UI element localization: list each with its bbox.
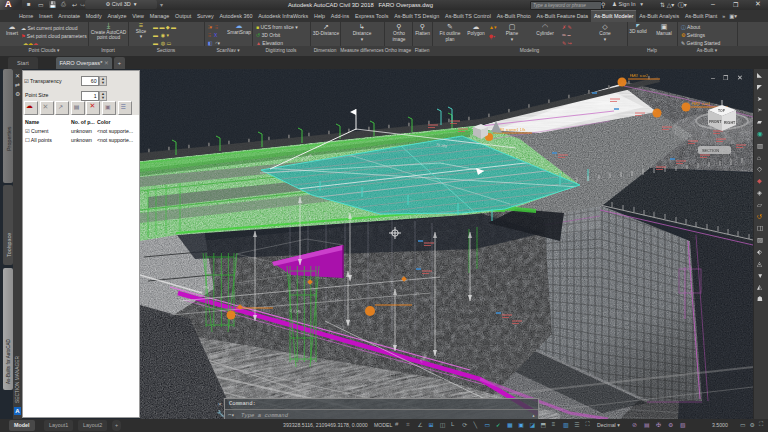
svg-text:RIGHT: RIGHT xyxy=(724,121,736,125)
svg-text:✕: ✕ xyxy=(737,74,743,81)
svg-text:TOP: TOP xyxy=(718,109,726,113)
svg-text:❐: ❐ xyxy=(723,75,729,81)
svg-text:SECTION: SECTION xyxy=(702,149,719,153)
svg-text:–: – xyxy=(711,74,715,81)
svg-text:2.3145: 2.3145 xyxy=(290,309,301,314)
svg-text:FARO_scan4: FARO_scan4 xyxy=(692,102,710,106)
svg-text:FARO_scan2: FARO_scan2 xyxy=(630,74,648,78)
svg-text:FRONT: FRONT xyxy=(709,120,722,124)
